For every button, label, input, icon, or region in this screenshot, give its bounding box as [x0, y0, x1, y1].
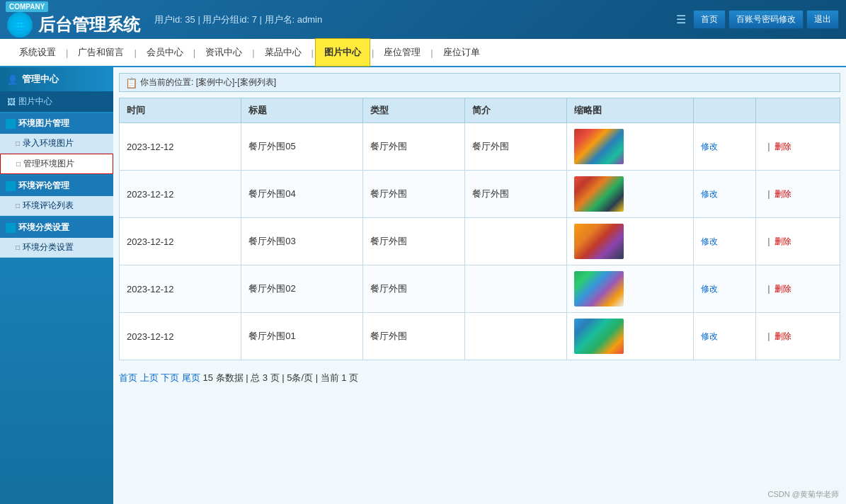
sidebar-sections: 环境图片管理□录入环境图片□管理环境图片环境评论管理□环境评论列表环境分类设置□… — [0, 113, 113, 258]
section-icon — [6, 181, 16, 191]
table-row: 2023-12-12餐厅外围01餐厅外围修改|删除 — [120, 313, 840, 360]
bullet-icon: □ — [16, 244, 20, 251]
nav-item-广告和留言[interactable]: 广告和留言 — [69, 38, 132, 67]
pagination-prev[interactable]: 上页 — [140, 372, 159, 383]
edit-link[interactable]: 修改 — [701, 236, 718, 246]
section-label: 环境评论管理 — [18, 180, 69, 192]
bullet-icon: □ — [16, 202, 20, 210]
breadcrumb-text: 你当前的位置: [案例中心]-[案例列表] — [140, 76, 276, 88]
table-row: 2023-12-12餐厅外围04餐厅外围餐厅外围修改|删除 — [120, 171, 840, 218]
pagination: 首页 上页 下页 尾页 15 条数据 | 总 3 页 | 5条/页 | 当前 1… — [119, 367, 840, 389]
edit-link[interactable]: 修改 — [701, 142, 718, 151]
nav-separator: | — [429, 47, 434, 58]
nav-item-座位管理[interactable]: 座位管理 — [375, 38, 429, 67]
change-password-button[interactable]: 百账号密码修改 — [728, 10, 804, 29]
cell-edit: 修改 — [693, 171, 756, 218]
sidebar-item-环境分类设置[interactable]: □环境分类设置 — [0, 238, 113, 258]
cell-thumbnail — [566, 171, 693, 218]
nav-separator: | — [64, 47, 69, 58]
edit-link[interactable]: 修改 — [701, 331, 718, 341]
delete-link[interactable]: 删除 — [774, 236, 791, 246]
pagination-next[interactable]: 下页 — [161, 372, 179, 383]
bullet-icon: □ — [16, 160, 21, 168]
thumbnail-image — [574, 224, 624, 259]
cell-desc — [464, 313, 566, 360]
nav-item-图片中心[interactable]: 图片中心 — [315, 38, 370, 67]
cell-title: 餐厅外围03 — [241, 218, 363, 265]
table-header-3: 简介 — [464, 98, 566, 123]
cell-type: 餐厅外围 — [363, 313, 465, 360]
cell-thumbnail — [566, 123, 693, 171]
table-row: 2023-12-12餐厅外围03餐厅外围修改|删除 — [120, 218, 840, 265]
sidebar-item-录入环境图片[interactable]: □录入环境图片 — [0, 134, 113, 154]
sidebar-item-环境评论列表[interactable]: □环境评论列表 — [0, 196, 113, 216]
pagination-info: 15 条数据 | 总 3 页 | 5条/页 | 当前 1 页 — [203, 372, 359, 383]
bullet-icon: □ — [16, 139, 20, 147]
pagination-last[interactable]: 尾页 — [182, 372, 200, 383]
user-info: 用户id: 35 | 用户分组id: 7 | 用户名: admin — [154, 13, 322, 26]
navbar: 系统设置|广告和留言|会员中心|资讯中心|菜品中心|图片中心|座位管理|座位订单 — [0, 39, 846, 67]
section-icon — [6, 223, 16, 233]
cell-edit: 修改 — [693, 123, 756, 171]
cell-edit: 修改 — [693, 313, 756, 360]
nav-item-系统设置[interactable]: 系统设置 — [11, 38, 64, 67]
cell-type: 餐厅外围 — [363, 218, 465, 265]
sidebar-current-section: 图片中心 — [18, 96, 52, 108]
table-head: 时间标题类型简介缩略图 — [120, 98, 840, 123]
nav-item-座位订单[interactable]: 座位订单 — [435, 38, 488, 67]
content: 📋 你当前的位置: [案例中心]-[案例列表] 时间标题类型简介缩略图 2023… — [113, 67, 846, 504]
cell-title: 餐厅外围04 — [241, 171, 363, 218]
nav-item-菜品中心[interactable]: 菜品中心 — [256, 38, 310, 67]
edit-link[interactable]: 修改 — [701, 284, 718, 294]
delete-link[interactable]: 删除 — [774, 142, 791, 151]
nav-item-会员中心[interactable]: 会员中心 — [138, 38, 192, 67]
delete-link[interactable]: 删除 — [774, 189, 791, 199]
cell-date: 2023-12-12 — [120, 218, 241, 265]
cell-type: 餐厅外围 — [363, 171, 465, 218]
pagination-first[interactable]: 首页 — [119, 372, 137, 383]
table-header-5 — [693, 98, 756, 123]
delete-link[interactable]: 删除 — [774, 284, 791, 294]
cell-desc — [464, 218, 566, 265]
cell-date: 2023-12-12 — [120, 171, 241, 218]
sidebar: 👤 管理中心 🖼 图片中心 环境图片管理□录入环境图片□管理环境图片环境评论管理… — [0, 67, 113, 504]
thumbnail-image — [574, 129, 624, 164]
nav-item-资讯中心[interactable]: 资讯中心 — [197, 38, 251, 67]
logo-area: 🌐 后台管理系统 — [7, 12, 154, 38]
cell-desc: 餐厅外围 — [464, 123, 566, 171]
logout-button[interactable]: 退出 — [806, 10, 839, 29]
edit-link[interactable]: 修改 — [701, 189, 718, 199]
system-title: 后台管理系统 — [38, 13, 140, 36]
hamburger-icon: ☰ — [676, 13, 686, 26]
sidebar-item-label: 环境评论列表 — [23, 200, 74, 212]
sidebar-header-icon: 👤 — [7, 74, 18, 85]
cell-date: 2023-12-12 — [120, 265, 241, 313]
cell-edit: 修改 — [693, 265, 756, 313]
cell-delete: |删除 — [756, 218, 840, 265]
table-header-4: 缩略图 — [566, 98, 693, 123]
sidebar-section-环境分类设置: 环境分类设置 — [0, 217, 113, 238]
cell-delete: |删除 — [756, 171, 840, 218]
cell-thumbnail — [566, 218, 693, 265]
sidebar-header: 👤 管理中心 — [0, 67, 113, 91]
cell-type: 餐厅外围 — [363, 123, 465, 171]
thumbnail-image — [574, 176, 624, 212]
action-separator: | — [767, 141, 770, 151]
sidebar-item-label: 环境分类设置 — [23, 241, 74, 253]
cell-delete: |删除 — [756, 123, 840, 171]
table-row: 2023-12-12餐厅外围05餐厅外围餐厅外围修改|删除 — [120, 123, 840, 171]
nav-separator: | — [310, 47, 315, 58]
cell-title: 餐厅外围01 — [241, 313, 363, 360]
cell-date: 2023-12-12 — [120, 313, 241, 360]
topbar: 🌐 后台管理系统 用户id: 35 | 用户分组id: 7 | 用户名: adm… — [0, 0, 846, 39]
data-table: 时间标题类型简介缩略图 2023-12-12餐厅外围05餐厅外围餐厅外围修改|删… — [119, 98, 840, 360]
table-header-2: 类型 — [363, 98, 465, 123]
company-badge: COMPANY — [6, 1, 48, 12]
delete-link[interactable]: 删除 — [774, 331, 791, 341]
sidebar-item-管理环境图片[interactable]: □管理环境图片 — [0, 154, 113, 174]
thumbnail-image — [574, 271, 624, 307]
home-button[interactable]: 首页 — [693, 10, 726, 29]
nav-separator: | — [192, 47, 197, 58]
cell-type: 餐厅外围 — [363, 265, 465, 313]
cell-title: 餐厅外围05 — [241, 123, 363, 171]
